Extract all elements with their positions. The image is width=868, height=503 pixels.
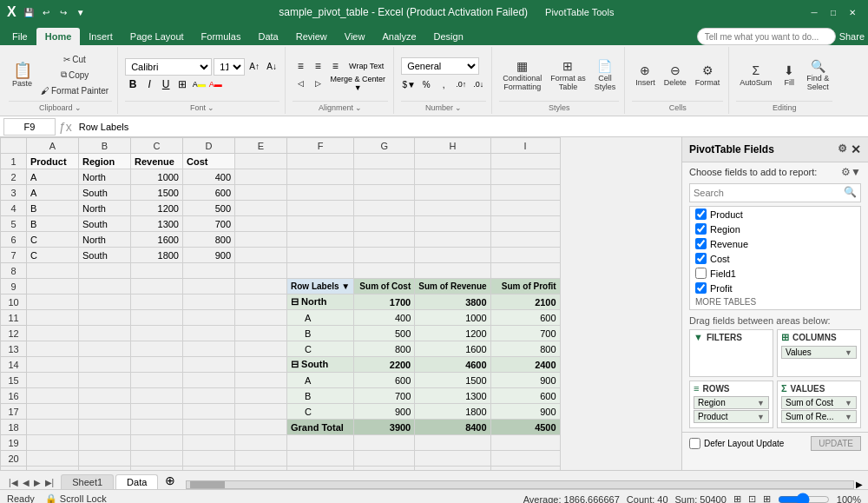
sheet-nav-prev[interactable]: ◀ [21, 476, 31, 489]
cell-I15[interactable]: 900 [490, 373, 560, 388]
cell-D12[interactable] [183, 326, 235, 341]
cell-H8[interactable] [415, 263, 490, 279]
cell-A10[interactable] [27, 295, 79, 310]
cell-A17[interactable] [27, 404, 79, 420]
cell-D18[interactable] [183, 420, 235, 435]
col-header-E[interactable]: E [235, 138, 287, 154]
cell-A18[interactable] [27, 420, 79, 435]
cell-E6[interactable] [235, 232, 287, 248]
cell-E18[interactable] [235, 420, 287, 435]
cell-I17[interactable]: 900 [490, 404, 560, 420]
increase-font-btn[interactable]: A↑ [247, 59, 262, 75]
delete-btn[interactable]: ⊖Delete [661, 62, 690, 89]
pivot-field-cost-checkbox[interactable] [695, 253, 707, 264]
update-btn[interactable]: UPDATE [811, 436, 861, 451]
sheet-nav-next[interactable]: ▶ [32, 476, 43, 489]
defer-label[interactable]: Defer Layout Update [689, 438, 784, 449]
cell-H15[interactable]: 1500 [415, 373, 490, 388]
increase-dec-btn[interactable]: .0↑ [453, 76, 469, 92]
pivot-field-field1-checkbox[interactable] [695, 268, 707, 279]
cell-A16[interactable] [27, 388, 79, 404]
cell-E9[interactable] [235, 279, 287, 295]
cell-F13[interactable]: C [287, 341, 354, 357]
cell-H18[interactable]: 8400 [415, 420, 490, 435]
cell-I7[interactable] [490, 248, 560, 263]
cell-G5[interactable] [354, 216, 415, 232]
font-color-btn[interactable]: A▬ [207, 76, 223, 92]
pivot-field-product[interactable]: Product [690, 207, 860, 222]
cell-E15[interactable] [235, 373, 287, 388]
cell-C15[interactable] [131, 373, 183, 388]
share-btn[interactable]: Share [839, 31, 865, 42]
cell-I5[interactable] [490, 216, 560, 232]
cell-G16[interactable]: 700 [354, 388, 415, 404]
pivot-settings-icon[interactable]: ⚙ [838, 142, 847, 156]
insert-btn[interactable]: ⊕Insert [632, 62, 659, 89]
cell-G1[interactable] [354, 154, 415, 169]
normal-view-btn[interactable]: ⊞ [733, 493, 741, 503]
cell-G4[interactable] [354, 201, 415, 216]
pivot-field-field1[interactable]: Field1 [690, 266, 860, 281]
cell-E4[interactable] [235, 201, 287, 216]
sheet-tab-sheet1[interactable]: Sheet1 [61, 474, 114, 489]
fill-btn[interactable]: ⬇Fill [777, 62, 801, 89]
cell-I10[interactable]: 2100 [490, 295, 560, 310]
cell-H4[interactable] [415, 201, 490, 216]
cell-B2[interactable]: North [79, 169, 131, 185]
align-center-btn[interactable]: ≡ [310, 58, 326, 74]
pivot-search-input[interactable] [690, 184, 840, 202]
cell-F7[interactable] [287, 248, 354, 263]
cell-B12[interactable] [79, 326, 131, 341]
tab-home[interactable]: Home [36, 28, 81, 45]
cell-D7[interactable]: 900 [183, 248, 235, 263]
cell-A13[interactable] [27, 341, 79, 357]
cell-B9[interactable] [79, 279, 131, 295]
cell-B11[interactable] [79, 310, 131, 326]
col-header-B[interactable]: B [79, 138, 131, 154]
tab-review[interactable]: Review [287, 28, 336, 45]
cell-E17[interactable] [235, 404, 287, 420]
pivot-field-profit-checkbox[interactable] [695, 282, 707, 294]
page-layout-btn[interactable]: ⊡ [748, 493, 756, 503]
cell-I12[interactable]: 700 [490, 326, 560, 341]
restore-btn[interactable]: □ [825, 3, 842, 21]
cell-E7[interactable] [235, 248, 287, 263]
cell-G18[interactable]: 3900 [354, 420, 415, 435]
cell-I14[interactable]: 2400 [490, 357, 560, 373]
cell-A4[interactable]: B [27, 201, 79, 216]
currency-btn[interactable]: $▼ [401, 76, 417, 92]
tab-view[interactable]: View [336, 28, 374, 45]
cell-G2[interactable] [354, 169, 415, 185]
cell-F3[interactable] [287, 185, 354, 201]
cell-F10[interactable]: ⊟ North [287, 295, 354, 310]
cell-D3[interactable]: 600 [183, 185, 235, 201]
pivot-close-icon[interactable]: ✕ [851, 142, 861, 156]
cell-A2[interactable]: A [27, 169, 79, 185]
cell-B3[interactable]: South [79, 185, 131, 201]
merge-btn[interactable]: Merge & Center ▼ [327, 76, 388, 91]
cell-C13[interactable] [131, 341, 183, 357]
cell-E13[interactable] [235, 341, 287, 357]
sheet-nav-first[interactable]: |◀ [7, 476, 20, 489]
cell-G12[interactable]: 500 [354, 326, 415, 341]
cell-D14[interactable] [183, 357, 235, 373]
cell-I16[interactable]: 600 [490, 388, 560, 404]
pivot-subtitle-settings[interactable]: ⚙▼ [841, 166, 861, 178]
cell-I8[interactable] [490, 263, 560, 279]
cell-D8[interactable] [183, 263, 235, 279]
cell-F6[interactable] [287, 232, 354, 248]
pivot-field-region[interactable]: Region [690, 222, 860, 236]
cell-C2[interactable]: 1000 [131, 169, 183, 185]
cell-E2[interactable] [235, 169, 287, 185]
font-family-select[interactable]: Calibri [125, 58, 212, 76]
cell-E1[interactable] [235, 154, 287, 169]
cell-H7[interactable] [415, 248, 490, 263]
cell-B10[interactable] [79, 295, 131, 310]
tab-formulas[interactable]: Formulas [193, 28, 250, 45]
cell-F14[interactable]: ⊟ South [287, 357, 354, 373]
undo-btn[interactable]: ↩ [39, 5, 53, 19]
cell-D11[interactable] [183, 310, 235, 326]
sheet-tab-data[interactable]: Data [115, 474, 158, 489]
minimize-btn[interactable]: ─ [806, 3, 823, 21]
cell-I11[interactable]: 600 [490, 310, 560, 326]
